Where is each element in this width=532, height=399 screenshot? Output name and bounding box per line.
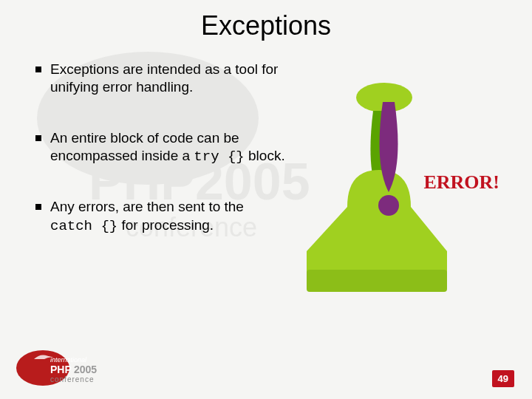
list-item: Any errors, are then sent to the catch {… [35,198,287,235]
bullet-list: Exceptions are intended as a tool for un… [35,61,287,267]
error-label: ERROR! [423,171,499,194]
bullet-text: Any errors, are then sent to the [50,199,244,214]
logo-text-line1: international [50,356,87,364]
stamp-graphic [296,81,517,310]
code-text: try {} [194,149,244,165]
conference-logo: international PHP 2005 conference [15,347,111,389]
bullet-square-icon [35,135,41,141]
bullet-square-icon [35,204,41,210]
slide-title: Exceptions [0,0,532,41]
bullet-text: Exceptions are intended as a tool for un… [50,61,278,95]
slide: PHP2005 conference Exceptions Exceptions… [0,0,532,399]
code-text: catch {} [50,218,117,234]
bullet-text: for processing. [117,217,214,233]
logo-text-line3: conference [50,375,94,383]
svg-rect-5 [307,270,447,292]
bullet-square-icon [35,66,41,72]
logo-text-year: 2005 [74,364,97,375]
list-item: An entire block of code can be encompass… [35,129,287,166]
page-number: 49 [492,370,514,387]
svg-point-6 [378,195,399,216]
list-item: Exceptions are intended as a tool for un… [35,61,287,97]
bullet-text: block. [245,148,285,163]
logo-text-php: PHP [50,364,72,375]
